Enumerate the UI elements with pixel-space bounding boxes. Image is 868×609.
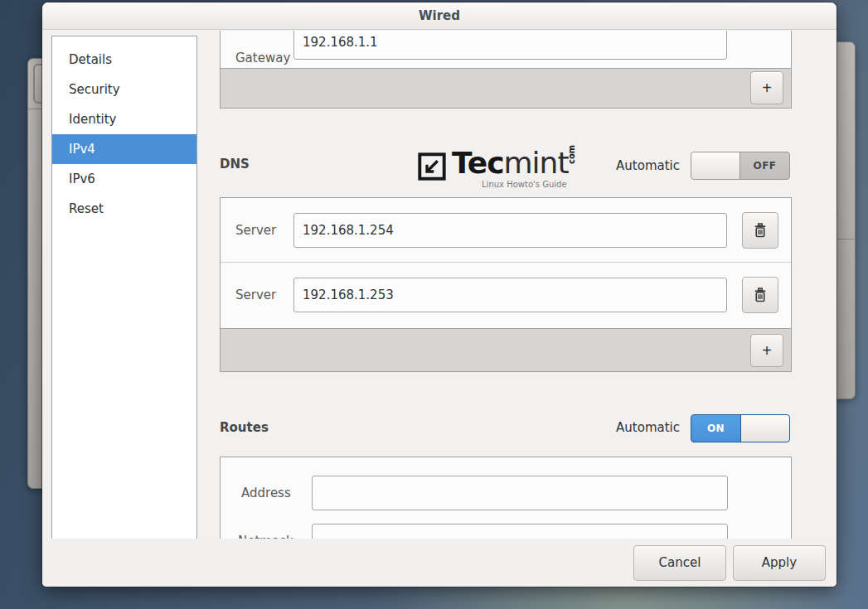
dns-servers-group: Server Server (220, 197, 792, 372)
background-window-right (834, 41, 856, 399)
tecmint-logo-icon (417, 152, 447, 181)
address-label: Address (241, 486, 291, 500)
dns-server-input-2[interactable] (293, 278, 727, 312)
window-title: Wired (419, 8, 460, 23)
brand-light: mint (504, 148, 569, 178)
gateway-input[interactable] (293, 31, 727, 60)
dns-toolbar: + (221, 328, 791, 372)
switch-handle (740, 415, 789, 442)
divider (835, 239, 855, 239)
gateway-row: Gateway (221, 31, 791, 68)
switch-state-label: OFF (740, 152, 789, 179)
ipv4-settings-panel: Gateway + DNS Te (220, 31, 792, 539)
delete-server-button-2[interactable] (742, 277, 778, 313)
sidebar: Details Security Identity IPv4 IPv6 Rese… (51, 36, 197, 539)
apply-button[interactable]: Apply (733, 545, 826, 581)
route-address-row: Address Netmask (221, 457, 791, 539)
addresses-toolbar: + (221, 68, 791, 108)
cancel-button[interactable]: Cancel (633, 545, 726, 581)
dns-automatic-label: Automatic (572, 158, 680, 173)
dialog-footer: Cancel Apply (42, 539, 836, 587)
routes-group: Address Netmask (220, 457, 792, 539)
trash-icon (752, 222, 769, 239)
plus-icon: + (762, 342, 772, 359)
add-dns-server-button[interactable]: + (750, 334, 783, 367)
plus-icon: + (762, 80, 772, 96)
sidebar-item-details[interactable]: Details (52, 45, 196, 75)
sidebar-item-reset[interactable]: Reset (52, 194, 196, 224)
dialog-body: Details Security Identity IPv4 IPv6 Rese… (42, 31, 836, 539)
routes-automatic-switch[interactable]: ON (691, 414, 790, 442)
trash-icon (752, 287, 769, 303)
add-address-button[interactable]: + (750, 71, 783, 104)
sidebar-item-identity[interactable]: Identity (52, 104, 196, 134)
titlebar[interactable]: Wired (42, 2, 836, 30)
dns-server-row: Server (221, 263, 791, 327)
dns-automatic-switch[interactable]: OFF (691, 152, 790, 180)
sidebar-item-ipv6[interactable]: IPv6 (52, 164, 196, 194)
server-label: Server (235, 288, 276, 302)
dns-heading: DNS (220, 157, 250, 172)
route-netmask-input[interactable] (312, 524, 728, 539)
brand-bold: Tec (452, 148, 504, 178)
routes-heading: Routes (220, 420, 269, 435)
switch-handle (691, 152, 740, 179)
tecmint-logo-text: Tec mint com Linux Howto's Guide (452, 148, 579, 189)
sidebar-item-security[interactable]: Security (52, 75, 196, 104)
wired-settings-dialog: Wired Details Security Identity IPv4 IPv… (42, 2, 836, 587)
server-label: Server (235, 223, 276, 238)
delete-server-button-1[interactable] (742, 212, 778, 249)
tecmint-watermark: Tec mint com Linux Howto's Guide (417, 148, 579, 189)
route-address-input[interactable] (312, 476, 728, 510)
gateway-label: Gateway (235, 51, 290, 65)
routes-automatic-label: Automatic (572, 420, 680, 435)
dns-server-row: Server (221, 198, 791, 263)
switch-state-label: ON (691, 415, 740, 442)
sidebar-item-ipv4[interactable]: IPv4 (52, 134, 196, 164)
brand-tagline: Linux Howto's Guide (452, 180, 579, 189)
dns-server-input-1[interactable] (293, 213, 727, 248)
addresses-group: Gateway + (220, 31, 792, 109)
